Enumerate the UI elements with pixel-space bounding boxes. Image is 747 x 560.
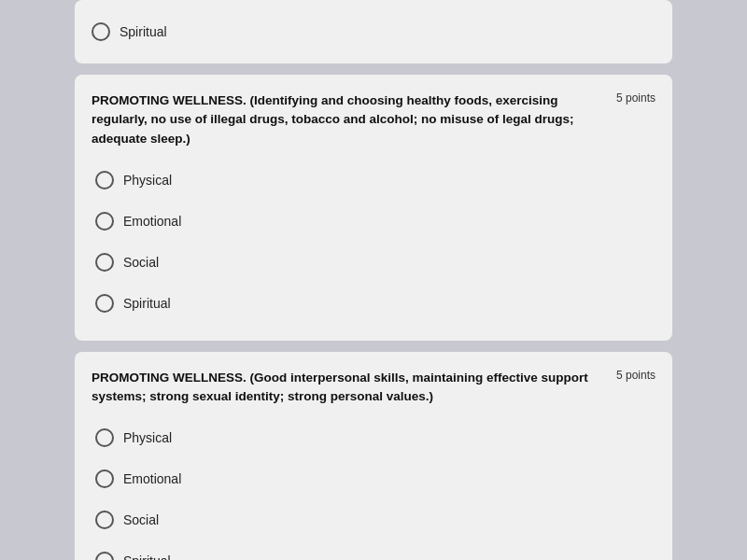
q2-option-physical[interactable]: Physical [95, 428, 655, 447]
q1-label-social: Social [123, 255, 159, 270]
q1-radio-physical[interactable] [95, 171, 114, 189]
q2-option-emotional[interactable]: Emotional [95, 469, 655, 488]
q2-label-spiritual: Spiritual [123, 553, 171, 560]
question-header-1: PROMOTING WELLNESS. (Identifying and cho… [92, 91, 655, 148]
options-list-2: Physical Emotional Social Spiritual [92, 419, 655, 560]
q2-radio-physical[interactable] [95, 428, 114, 447]
question-header-2: PROMOTING WELLNESS. (Good interpersonal … [92, 369, 655, 407]
q2-option-social[interactable]: Social [95, 511, 655, 529]
q1-option-social[interactable]: Social [95, 253, 655, 272]
q2-label-physical: Physical [123, 430, 172, 445]
q1-radio-social[interactable] [95, 253, 114, 272]
q2-radio-spiritual[interactable] [95, 552, 114, 560]
top-spiritual-option[interactable]: Spiritual [92, 22, 655, 41]
question-card-2: PROMOTING WELLNESS. (Good interpersonal … [75, 352, 672, 560]
points-label-1: 5 points [616, 91, 655, 105]
points-label-2: 5 points [616, 369, 655, 382]
q1-label-emotional: Emotional [123, 214, 181, 229]
q2-option-spiritual[interactable]: Spiritual [95, 552, 655, 560]
q1-option-emotional[interactable]: Emotional [95, 212, 655, 231]
q2-radio-emotional[interactable] [95, 469, 114, 488]
question-card-1: PROMOTING WELLNESS. (Identifying and cho… [75, 75, 672, 341]
top-spiritual-radio[interactable] [92, 22, 110, 41]
q2-label-emotional: Emotional [123, 471, 181, 486]
options-list-1: Physical Emotional Social Spiritual [92, 161, 655, 322]
q2-label-social: Social [123, 512, 159, 527]
q1-radio-spiritual[interactable] [95, 294, 114, 313]
q2-radio-social[interactable] [95, 511, 114, 529]
q1-radio-emotional[interactable] [95, 212, 114, 231]
q1-label-spiritual: Spiritual [123, 296, 171, 311]
q1-option-physical[interactable]: Physical [95, 171, 655, 189]
q1-label-physical: Physical [123, 173, 172, 188]
top-spiritual-label: Spiritual [120, 24, 167, 39]
top-partial-card: Spiritual [75, 0, 672, 63]
question-text-2: PROMOTING WELLNESS. (Good interpersonal … [92, 369, 616, 407]
q1-option-spiritual[interactable]: Spiritual [95, 294, 655, 313]
question-text-1: PROMOTING WELLNESS. (Identifying and cho… [92, 91, 616, 148]
